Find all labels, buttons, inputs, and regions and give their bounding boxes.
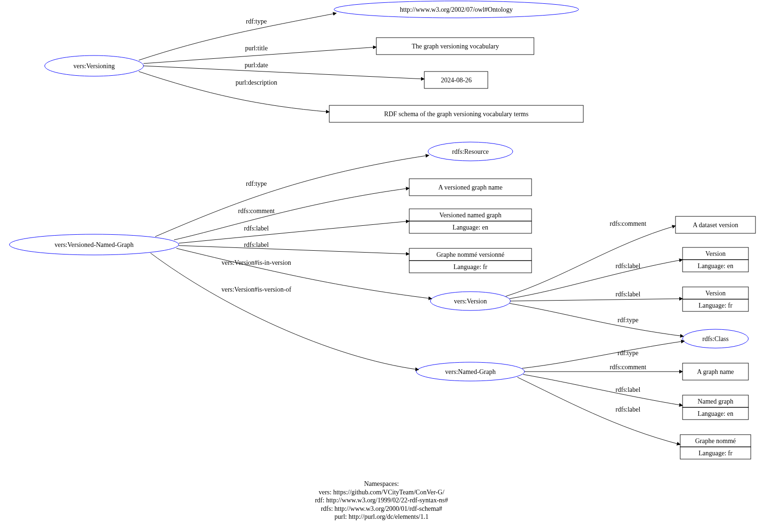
node-date-label: 2024-08-26 [441,77,471,84]
node-version-label: vers:Version [454,298,487,305]
svg-text:Graphe nommé: Graphe nommé [695,437,736,445]
edge-vng-isinversion-label: vers:Version#is-in-version [222,259,291,266]
edge-version-comment-label: rdfs:comment [610,220,646,227]
edge-versioning-type [139,13,336,60]
node-vng-label-fr: Graphe nommé versionné Language: fr [409,248,532,273]
namespaces-block: Namespaces: vers: https://github.com/VCi… [0,480,763,521]
node-ng-label-en: Named graph Language: en [683,395,748,420]
namespace-purl: purl: http://purl.org/dc/elements/1.1 [0,513,763,521]
edge-vng-label-fr-label: rdfs:label [244,241,269,248]
edge-ng-label-en-label: rdfs:label [616,386,641,393]
node-description-label: RDF schema of the graph versioning vocab… [384,111,529,118]
edge-vng-isversionof-label: vers:Version#is-version-of [222,286,292,293]
node-owl-ontology-label: http://www.w3.org/2002/07/owl#Ontology [400,6,513,13]
edge-vng-isinversion [176,248,432,299]
edge-vng-type [155,155,429,237]
node-ng-label-fr: Graphe nommé Language: fr [680,435,751,459]
edge-version-comment [506,226,676,296]
namespace-rdfs: rdfs: http://www.w3.org/2000/01/rdf-sche… [0,505,763,513]
edge-vng-label-en-label: rdfs:label [244,225,269,232]
svg-text:Language: fr: Language: fr [699,450,732,457]
edge-versioning-desc-label: purl:description [236,79,278,86]
svg-text:Language: en: Language: en [453,224,488,231]
edge-versioning-date [143,66,424,79]
node-vng-comment-label: A versioned graph name [438,184,502,191]
node-named-graph-label: vers:Named-Graph [445,368,495,375]
edge-ng-label-fr-label: rdfs:label [616,406,641,413]
edge-ng-type [522,341,684,368]
rdf-graph-diagram: vers:Versioning http://www.w3.org/2002/0… [0,0,763,532]
svg-text:Language: en: Language: en [698,410,733,417]
svg-text:Version: Version [706,250,726,257]
svg-text:Named graph: Named graph [698,398,733,405]
edge-version-label-en-label: rdfs:label [616,262,641,270]
svg-text:Language: fr: Language: fr [699,302,732,309]
node-rdfs-class-label: rdfs:Class [702,335,729,342]
edge-version-type-label: rdf:type [618,317,638,324]
svg-text:Language: en: Language: en [698,262,733,270]
edge-ng-label-en [523,374,683,405]
edge-version-label-fr-label: rdfs:label [616,291,641,298]
edge-ng-label-fr [517,377,680,445]
node-vng-label-en: Versioned named graph Language: en [409,209,532,233]
node-versioning-label: vers:Versioning [73,63,115,70]
edge-versioning-title-label: purl:title [245,45,268,52]
edge-versioning-desc [139,71,329,112]
edge-ng-comment-label: rdfs:comment [610,364,646,371]
node-version-comment-label: A dataset version [693,222,738,229]
namespace-rdf: rdf: http://www.w3.org/1999/02/22-rdf-sy… [0,496,763,505]
svg-text:Graphe nommé versionné: Graphe nommé versionné [437,251,505,258]
node-version-label-fr: Version Language: fr [683,287,748,311]
edge-versioning-type-label: rdf:type [246,18,267,25]
node-vng-label: vers:Versioned-Named-Graph [55,241,134,248]
edge-vng-label-en [179,221,409,243]
svg-text:Version: Version [706,290,726,297]
edge-vng-type-label: rdf:type [246,180,267,187]
svg-text:Language: fr: Language: fr [453,263,487,270]
edge-vng-label-fr [179,246,409,254]
node-title-label: The graph versioning vocabulary [412,43,499,50]
edge-version-label-en [509,260,683,299]
node-ng-comment-label: A graph name [697,368,734,375]
edge-versioning-date-label: purl:date [245,62,268,69]
namespace-vers: vers: https://github.com/VCityTeam/ConVe… [0,488,763,497]
edge-version-type [509,303,684,336]
edge-version-label-fr [510,299,683,301]
node-rdfs-resource-label: rdfs:Resource [452,148,489,155]
namespaces-heading: Namespaces: [0,480,763,488]
node-version-label-en: Version Language: en [683,247,748,272]
edge-ng-type-label: rdf:type [618,349,638,357]
edge-vng-isversionof [151,253,419,370]
svg-text:Versioned named graph: Versioned named graph [439,212,501,219]
edge-vng-comment-label: rdfs:comment [238,207,275,214]
